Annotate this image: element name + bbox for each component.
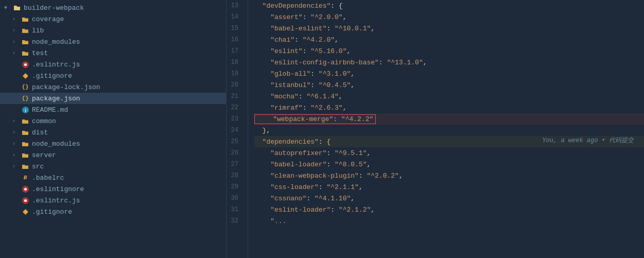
token-str: "... [270,217,286,225]
sidebar-item-server[interactable]: ›server [0,149,226,161]
tree-icon-diamond [21,207,30,216]
sidebar-item-gitignore2[interactable]: .gitignore [0,206,226,217]
sidebar-item-eslintrc_js[interactable]: .eslintrc.js [0,59,226,70]
token-punc [254,13,270,21]
line-number: 31 [227,204,242,215]
sidebar-item-coverage[interactable]: ›coverage [0,13,226,25]
sidebar-item-src[interactable]: ›src [0,161,226,172]
token-punc [254,47,270,55]
svg-marker-9 [23,209,28,215]
sidebar-item-readme[interactable]: iREADME.md [0,104,226,115]
sidebar-item-lib[interactable]: ›lib [0,25,226,36]
line-number: 21 [227,91,242,102]
token-punc: : [379,59,387,66]
tree-label: README.md [32,106,68,114]
token-str: "eslint-config-airbnb-base" [270,59,379,66]
token-str: "glob-all" [270,70,310,78]
token-punc: : [319,183,327,191]
token-punc: , [351,70,355,78]
sidebar-item-package_json[interactable]: {}package.json [0,93,226,104]
line-number: 18 [227,57,242,68]
tree-icon-folder [21,162,30,171]
sidebar-item-babelrc[interactable]: B.babelrc [0,172,226,183]
tree-label: node_modules [32,38,80,46]
token-str: "css-loader" [270,183,319,191]
token-punc: : [326,25,335,32]
token-str: "istanbul" [270,81,310,89]
tree-arrow: › [12,118,21,124]
code-line-20: "istanbul": "^0.4.5", [254,79,644,91]
line-number: 23 [227,113,242,125]
sidebar-item-gitignore[interactable]: .gitignore [0,70,226,81]
sidebar-item-eslintignore[interactable]: .eslintignore [0,183,226,195]
tree-icon-circle-dot [21,60,30,69]
line-number: 20 [227,79,242,91]
code-line-17: "eslint": "^5.16.0", [254,45,644,57]
line-number: 26 [227,147,242,159]
code-line-25: "dependencies": {You, a week ago • 代码提交 [254,136,644,147]
token-punc [254,127,263,134]
token-str: "^2.1.2" [339,206,371,214]
tree-icon-circle-i: i [21,105,30,114]
line-number: 14 [227,11,242,23]
line-number: 32 [227,215,242,227]
line-number: 29 [227,181,242,193]
token-punc [254,161,270,168]
code-line-31: "eslint-loader": "^2.1.2", [254,204,644,215]
token-str: "eslint" [270,47,302,55]
tree-label: .babelrc [32,174,64,182]
token-punc [254,25,270,32]
tree-label: .gitignore [32,208,72,216]
line-number: 19 [227,68,242,79]
tree-icon-circle-dot [21,196,30,205]
tree-arrow: › [12,130,21,135]
token-punc: , [343,13,347,21]
token-str: "mocha" [270,93,299,100]
sidebar-item-dist[interactable]: ›dist [0,127,226,138]
token-brace: } [263,127,267,134]
token-punc: : [326,161,335,168]
token-punc [254,183,270,191]
token-str: "babel-eslint" [270,25,326,32]
line-number: 24 [227,125,242,136]
line-number: 28 [227,170,242,181]
line-number: 27 [227,159,242,170]
sidebar-item-test[interactable]: ›test [0,47,226,59]
token-punc: : [294,36,303,44]
token-punc [254,93,270,100]
token-str: "devDependencies" [263,2,331,10]
sidebar-item-eslintrc_js2[interactable]: .eslintrc.js [0,195,226,206]
boxed-text: "webpack-merge": "^4.2.2" [254,114,376,124]
tree-icon-diamond [21,71,30,80]
token-punc: , [367,161,371,168]
token-str: "babel-loader" [270,161,326,168]
tree-icon-folder [21,150,30,160]
tree-label: common [32,117,56,125]
token-punc: , [371,25,375,32]
code-line-27: "babel-loader": "^8.0.5", [254,159,644,170]
line-number: 17 [227,45,242,57]
tree-arrow: › [12,141,21,147]
tree-arrow: › [12,152,21,158]
tree-label: src [32,163,44,170]
token-punc: , [339,93,343,100]
sidebar-item-package_lock[interactable]: {}package-lock.json [0,81,226,93]
token-punc: , [367,149,371,157]
token-punc: , [266,127,270,134]
sidebar-item-common[interactable]: ›common [0,115,226,127]
token-brace: { [326,138,330,146]
token-punc [254,2,263,10]
sidebar-item-node_modules_top[interactable]: ›node_modules [0,36,226,47]
tree-icon-folder [21,26,30,35]
sidebar-item-node_modules_bot[interactable]: ›node_modules [0,138,226,149]
token-punc [254,70,270,78]
token-punc: , [371,206,375,214]
tree-icon-folder [21,37,30,46]
token-punc: : [319,138,327,146]
token-str: "^6.1.4" [306,93,338,100]
svg-point-8 [24,199,27,202]
sidebar-item-builder-webpack[interactable]: ▼builder-webpack [0,2,226,13]
token-str: "chai" [270,36,294,44]
tree-icon-folder [21,48,30,58]
token-punc: , [335,36,339,44]
